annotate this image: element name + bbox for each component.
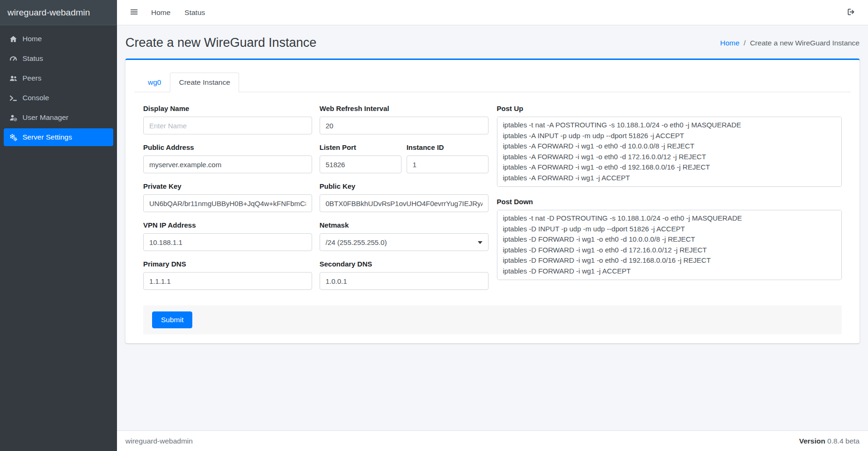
sidebar-item-home[interactable]: Home	[4, 30, 113, 48]
gauge-icon	[9, 54, 17, 63]
footer: wireguard-webadmin Version 0.8.4 beta	[117, 430, 868, 451]
post-up-label: Post Up	[497, 104, 842, 112]
instance-tabs: wg0 Create Instance	[134, 73, 851, 92]
netmask-select[interactable]: /24 (255.255.255.0)	[320, 233, 489, 251]
content-header: Create a new WireGuard Instance Home / C…	[125, 32, 860, 59]
user-gear-icon	[9, 113, 17, 122]
footer-version: Version 0.8.4 beta	[799, 437, 860, 445]
tab-wg0[interactable]: wg0	[139, 73, 170, 92]
sidebar-item-label: Home	[22, 35, 42, 43]
form-footer: Submit	[143, 305, 842, 334]
primary-dns-label: Primary DNS	[143, 260, 312, 268]
display-name-label: Display Name	[143, 104, 312, 112]
secondary-dns-group: Secondary DNS	[320, 260, 489, 290]
web-refresh-interval-label: Web Refresh Interval	[320, 104, 489, 112]
logout-button[interactable]	[841, 4, 861, 21]
topnav-link-status[interactable]: Status	[178, 5, 212, 21]
brand-link[interactable]: wireguard-webadmin	[0, 0, 117, 25]
netmask-group: Netmask /24 (255.255.255.0)	[320, 221, 489, 251]
logout-icon	[847, 8, 855, 17]
sidebar-menu: Home Status Peers Console	[0, 25, 117, 153]
web-refresh-interval-input[interactable]	[320, 117, 489, 134]
netmask-label: Netmask	[320, 221, 489, 229]
tab-content: Display Name Web Refresh Interval Public…	[134, 92, 851, 334]
sidebar: wireguard-webadmin Home Status Peers	[0, 0, 117, 451]
card-body: wg0 Create Instance Display Name	[125, 60, 860, 343]
menu-icon	[130, 8, 138, 17]
private-key-input[interactable]	[143, 194, 312, 212]
sidebar-item-label: Server Settings	[22, 133, 72, 141]
create-instance-card: wg0 Create Instance Display Name	[125, 59, 860, 343]
form-left-columns: Display Name Web Refresh Interval Public…	[143, 104, 489, 299]
main-column: Home Status Create a new WireGuard Insta…	[117, 0, 868, 451]
display-name-group: Display Name	[143, 104, 312, 134]
public-address-label: Public Address	[143, 143, 312, 151]
port-id-row: Listen Port Instance ID	[320, 143, 489, 182]
post-up-textarea[interactable]: iptables -t nat -A POSTROUTING -s 10.188…	[497, 117, 842, 187]
users-icon	[9, 74, 17, 82]
private-key-group: Private Key	[143, 182, 312, 212]
breadcrumb-separator: /	[744, 39, 745, 47]
post-down-textarea[interactable]: iptables -t nat -D POSTROUTING -s 10.188…	[497, 210, 842, 280]
secondary-dns-label: Secondary DNS	[320, 260, 489, 268]
sidebar-toggle-button[interactable]	[124, 4, 144, 21]
secondary-dns-input[interactable]	[320, 272, 489, 290]
vpn-ip-group: VPN IP Address	[143, 221, 312, 251]
footer-brand: wireguard-webadmin	[125, 437, 193, 445]
sidebar-item-server-settings[interactable]: Server Settings	[4, 128, 113, 146]
content-wrapper: Create a new WireGuard Instance Home / C…	[117, 25, 868, 430]
vpn-ip-label: VPN IP Address	[143, 221, 312, 229]
netmask-select-wrap: /24 (255.255.255.0)	[320, 233, 489, 251]
form-right-column: Post Up iptables -t nat -A POSTROUTING -…	[497, 104, 842, 299]
sidebar-item-label: Peers	[22, 74, 42, 82]
instance-id-input[interactable]	[407, 155, 489, 173]
submit-button[interactable]: Submit	[152, 311, 192, 328]
sidebar-item-user-manager[interactable]: User Manager	[4, 109, 113, 126]
tab-create-instance[interactable]: Create Instance	[170, 73, 239, 92]
sidebar-item-status[interactable]: Status	[4, 50, 113, 67]
footer-version-value: 0.8.4 beta	[827, 437, 860, 445]
post-up-group: Post Up iptables -t nat -A POSTROUTING -…	[497, 104, 842, 189]
page-title: Create a new WireGuard Instance	[125, 36, 316, 50]
vpn-ip-input[interactable]	[143, 233, 312, 251]
sidebar-item-label: User Manager	[22, 113, 68, 122]
sidebar-item-peers[interactable]: Peers	[4, 69, 113, 87]
breadcrumb-current: Create a new WireGuard Instance	[750, 39, 860, 47]
breadcrumb-home-link[interactable]: Home	[720, 39, 739, 47]
gears-icon	[9, 133, 17, 141]
web-refresh-interval-group: Web Refresh Interval	[320, 104, 489, 134]
public-key-input[interactable]	[320, 194, 489, 212]
topnav-link-home[interactable]: Home	[145, 5, 177, 21]
top-navbar: Home Status	[117, 0, 868, 25]
public-address-input[interactable]	[143, 155, 312, 173]
private-key-label: Private Key	[143, 182, 312, 190]
primary-dns-input[interactable]	[143, 272, 312, 290]
app-root: wireguard-webadmin Home Status Peers	[0, 0, 868, 451]
terminal-icon	[9, 94, 17, 102]
home-icon	[9, 35, 17, 43]
post-down-label: Post Down	[497, 198, 842, 206]
breadcrumb: Home / Create a new WireGuard Instance	[720, 39, 860, 47]
listen-port-group: Listen Port	[320, 143, 401, 173]
post-down-group: Post Down iptables -t nat -D POSTROUTING…	[497, 198, 842, 282]
public-key-label: Public Key	[320, 182, 489, 190]
footer-version-label: Version	[799, 437, 825, 445]
sidebar-item-label: Status	[22, 54, 43, 63]
instance-id-group: Instance ID	[407, 143, 489, 173]
primary-dns-group: Primary DNS	[143, 260, 312, 290]
sidebar-item-console[interactable]: Console	[4, 89, 113, 107]
listen-port-input[interactable]	[320, 155, 401, 173]
brand-text: wireguard-webadmin	[7, 7, 90, 18]
sidebar-item-label: Console	[22, 94, 49, 102]
public-key-group: Public Key	[320, 182, 489, 212]
instance-id-label: Instance ID	[407, 143, 489, 151]
public-address-group: Public Address	[143, 143, 312, 173]
instance-form: Display Name Web Refresh Interval Public…	[143, 104, 842, 299]
listen-port-label: Listen Port	[320, 143, 401, 151]
display-name-input[interactable]	[143, 117, 312, 134]
